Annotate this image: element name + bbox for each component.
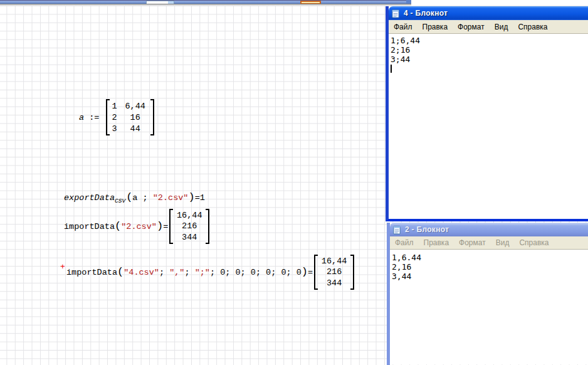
text-line: 2,16	[392, 262, 588, 272]
delimiter-string: ";"	[195, 268, 210, 277]
text-line: 3,44	[392, 272, 588, 281]
vector-cell: 344	[176, 233, 202, 242]
matrix-cell: 16	[123, 113, 148, 122]
text-caret	[391, 65, 392, 73]
matrix-cell: 1	[112, 102, 117, 111]
menu-file[interactable]: Файл	[389, 23, 417, 31]
paren-close: )	[302, 266, 308, 278]
vector-cell: 216	[176, 221, 202, 231]
paren-close: )	[188, 191, 194, 203]
matrix-definition-region[interactable]: a := 16,44 216 344	[79, 99, 155, 135]
text-line: 1;6,44	[391, 36, 588, 45]
window4-title: 4 - Блокнот	[404, 9, 448, 18]
import-function-name: importData	[64, 222, 115, 231]
menu-help[interactable]: Справка	[513, 23, 552, 31]
window2-title: 2 - Блокнот	[405, 225, 449, 234]
numeric-args: ; 0; 0; 0; 0; 0; 0	[210, 268, 302, 277]
matrix-cell: 44	[123, 124, 148, 134]
paren-open: (	[115, 220, 121, 232]
window2-menubar: Файл Правка Формат Вид Справка	[390, 236, 588, 249]
notepad-window-4: 4 - Блокнот Файл Правка Формат Вид Справ…	[386, 6, 588, 221]
paren-open: (	[117, 266, 123, 278]
window4-text-area[interactable]: 1;6,44 2;16 3;44	[389, 33, 588, 219]
vector-cell: 16,44	[176, 211, 202, 220]
import-function-name: importData	[66, 268, 117, 277]
text-line: 3;44	[391, 55, 588, 64]
paren-open: (	[126, 191, 132, 203]
import2-expression-region[interactable]: + importData("4.csv"; ","; ";"; 0; 0; 0;…	[61, 253, 355, 291]
vector-cell: 216	[321, 267, 347, 277]
matrix-variable: a	[79, 113, 84, 122]
menu-view[interactable]: Вид	[490, 23, 513, 31]
window4-menubar: Файл Правка Формат Вид Справка	[389, 20, 588, 33]
export-filename-string: "2.csv"	[153, 193, 189, 203]
menu-edit[interactable]: Правка	[419, 238, 454, 247]
export-result: 1	[200, 193, 205, 203]
insert-cursor-marker: +	[60, 262, 61, 272]
notepad-icon[interactable]	[391, 9, 401, 18]
menu-help[interactable]: Справка	[514, 238, 554, 247]
import1-expression-region[interactable]: importData("2.csv")= 16,44 216 344	[64, 208, 211, 245]
import-filename-string: "2.csv"	[121, 222, 157, 231]
matrix-a: 16,44 216 344	[106, 99, 154, 135]
desktop-screen: a := 16,44 216 344 exportDataCSV(a ; "2.…	[0, 0, 588, 365]
result-vector: 16,44 216 344	[169, 209, 209, 244]
menu-format[interactable]: Формат	[454, 238, 491, 247]
result-vector: 16,44 216 344	[314, 255, 354, 290]
paren-close: )	[157, 220, 163, 232]
assign-operator	[84, 113, 89, 122]
export-arg: a ;	[132, 193, 152, 203]
window4-titlebar[interactable]: 4 - Блокнот	[389, 6, 588, 20]
menu-format[interactable]: Формат	[453, 23, 490, 31]
assign-symbol: :=	[89, 113, 99, 122]
window2-text-area[interactable]: 1,6.44 2,16 3,44	[390, 249, 588, 364]
export-function-name: exportData	[64, 193, 115, 203]
import-filename-string: "4.csv"	[123, 268, 159, 277]
matrix-cell: 6,44	[123, 102, 148, 111]
bracket-right	[350, 255, 354, 290]
matrix-cell: 2	[112, 113, 117, 122]
equals-sign: =	[163, 222, 168, 231]
menu-edit[interactable]: Правка	[417, 23, 453, 31]
vector-cell: 344	[321, 278, 347, 288]
menu-view[interactable]: Вид	[491, 238, 515, 247]
arg-separator: ;	[159, 268, 169, 277]
equals-sign: =	[308, 268, 313, 277]
delimiter-string: ","	[169, 268, 184, 277]
text-line: 1,6.44	[392, 253, 588, 262]
export-subscript: CSV	[115, 198, 125, 204]
export-expression-region[interactable]: exportDataCSV(a ; "2.csv")=1	[64, 190, 205, 205]
window2-titlebar[interactable]: 2 - Блокнот	[390, 223, 588, 236]
notepad-window-2: 2 - Блокнот Файл Правка Формат Вид Справ…	[387, 223, 588, 365]
notepad-icon[interactable]	[392, 225, 402, 235]
equals-sign: =	[195, 193, 200, 203]
vector-cell: 16,44	[321, 257, 347, 266]
matrix-cell: 3	[112, 124, 117, 134]
arg-separator: ;	[184, 268, 194, 277]
menu-file[interactable]: Файл	[390, 238, 419, 247]
text-line: 2;16	[391, 45, 588, 55]
bracket-right	[150, 99, 154, 135]
bracket-right	[206, 209, 209, 244]
